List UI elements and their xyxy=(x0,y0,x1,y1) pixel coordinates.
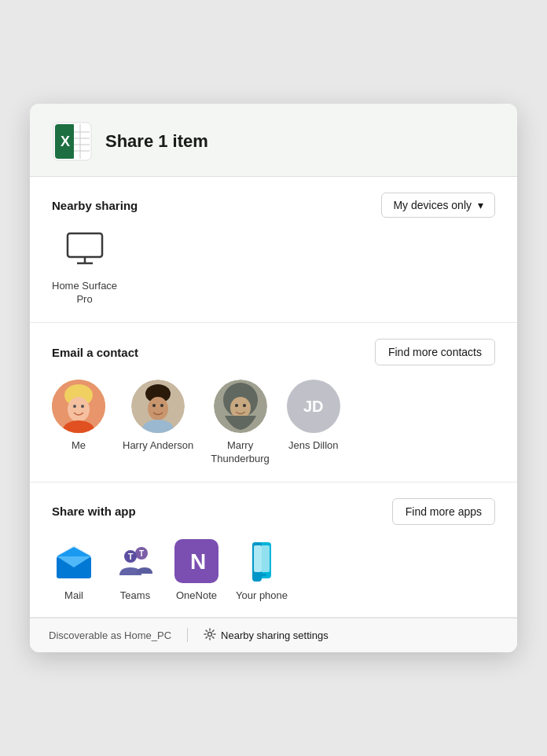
your-phone-app-label: Your phone xyxy=(236,589,288,601)
dialog-title: Share 1 item xyxy=(105,131,208,152)
contact-jens-dillon[interactable]: JD Jens Dillon xyxy=(287,380,340,466)
mail-icon xyxy=(52,539,96,583)
svg-point-16 xyxy=(81,405,84,408)
nearby-sharing-dropdown[interactable]: My devices only ▾ xyxy=(381,193,495,218)
app-your-phone[interactable]: Your phone xyxy=(236,539,288,601)
svg-text:X: X xyxy=(61,134,70,149)
apps-row: Mail T T Teams xyxy=(52,539,495,601)
chevron-down-icon: ▾ xyxy=(478,199,483,211)
find-more-contacts-button[interactable]: Find more contacts xyxy=(375,339,495,365)
share-with-app-section: Share with app Find more apps xyxy=(30,483,517,618)
contacts-row: Me xyxy=(52,380,495,466)
share-dialog: X Share 1 item Nearby sharing My devices… xyxy=(30,104,517,652)
dropdown-label: My devices only xyxy=(393,199,472,211)
find-more-apps-button[interactable]: Find more apps xyxy=(392,498,495,525)
teams-app-label: Teams xyxy=(120,589,150,601)
contact-jens-label: Jens Dillon xyxy=(288,439,339,453)
svg-point-28 xyxy=(243,404,246,407)
dialog-footer: Discoverable as Home_PC Nearby sharing s… xyxy=(30,618,517,652)
avatar-me xyxy=(52,380,105,433)
onenote-app-label: OneNote xyxy=(176,589,217,601)
nearby-sharing-header: Nearby sharing My devices only ▾ xyxy=(52,193,495,218)
email-contact-section: Email a contact Find more contacts xyxy=(30,323,517,483)
nearby-sharing-title: Nearby sharing xyxy=(52,199,138,212)
nearby-sharing-section: Nearby sharing My devices only ▾ Home Su… xyxy=(30,177,517,323)
contact-me[interactable]: Me xyxy=(52,380,105,466)
your-phone-icon xyxy=(240,539,284,583)
email-contact-header: Email a contact Find more contacts xyxy=(52,339,495,365)
svg-text:N: N xyxy=(190,549,206,574)
app-mail[interactable]: Mail xyxy=(52,539,96,601)
svg-rect-3 xyxy=(74,124,90,159)
svg-rect-38 xyxy=(254,545,262,572)
app-onenote[interactable]: N OneNote xyxy=(174,539,218,601)
device-label: Home SurfacePro xyxy=(52,280,117,306)
share-with-app-header: Share with app Find more apps xyxy=(52,498,495,525)
app-teams[interactable]: T T Teams xyxy=(113,539,157,601)
avatar-marry xyxy=(214,380,267,433)
svg-text:T: T xyxy=(139,549,144,558)
excel-icon: X xyxy=(52,121,93,162)
svg-text:T: T xyxy=(128,552,134,561)
teams-icon: T T xyxy=(113,539,157,583)
svg-rect-9 xyxy=(68,233,102,257)
svg-rect-39 xyxy=(257,574,266,576)
share-with-app-title: Share with app xyxy=(52,505,136,518)
contact-marry-label: MarryThunderburg xyxy=(211,439,269,466)
svg-point-40 xyxy=(208,632,212,636)
nearby-sharing-settings-button[interactable]: Nearby sharing settings xyxy=(204,628,329,643)
discoverable-text: Discoverable as Home_PC xyxy=(49,629,171,641)
dialog-header: X Share 1 item xyxy=(30,104,517,177)
svg-point-26 xyxy=(230,397,251,419)
svg-point-15 xyxy=(73,405,76,408)
gear-icon xyxy=(204,628,216,643)
svg-point-22 xyxy=(160,404,163,407)
svg-point-14 xyxy=(68,397,90,422)
contact-me-label: Me xyxy=(72,439,86,453)
svg-point-20 xyxy=(148,397,168,420)
contact-harry-anderson[interactable]: Harry Anderson xyxy=(123,380,193,466)
devices-row: Home SurfacePro xyxy=(52,232,495,306)
onenote-icon: N xyxy=(174,539,218,583)
avatar-jens: JD xyxy=(287,380,340,433)
svg-point-27 xyxy=(235,404,238,407)
email-contact-title: Email a contact xyxy=(52,346,138,359)
settings-label: Nearby sharing settings xyxy=(221,629,329,641)
monitor-icon xyxy=(66,232,104,273)
svg-point-21 xyxy=(152,404,156,407)
device-home-surface-pro[interactable]: Home SurfacePro xyxy=(52,232,117,306)
avatar-harry xyxy=(131,380,185,433)
footer-divider xyxy=(187,628,188,642)
contact-harry-label: Harry Anderson xyxy=(123,439,193,453)
contact-marry-thunderburg[interactable]: MarryThunderburg xyxy=(211,380,269,466)
mail-app-label: Mail xyxy=(64,589,83,601)
